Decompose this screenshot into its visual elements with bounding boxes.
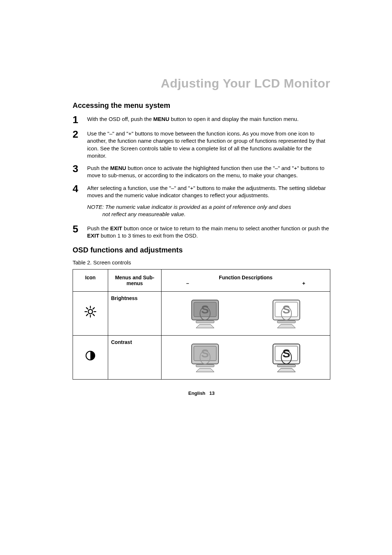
exit-bold: EXIT bbox=[110, 225, 122, 231]
svg-marker-27 bbox=[196, 368, 214, 372]
footer-page-number: 13 bbox=[209, 390, 215, 396]
step-list: 1 With the OSD off, push the MENU button… bbox=[73, 115, 330, 239]
step-text: Use the "–" and "+" buttons to move betw… bbox=[87, 129, 330, 159]
step-text: With the OSD off, push the MENU button t… bbox=[87, 115, 299, 123]
svg-rect-32 bbox=[277, 365, 295, 367]
step-1: 1 With the OSD off, push the MENU button… bbox=[73, 115, 330, 125]
cell-menu-brightness: Brightness bbox=[108, 292, 162, 336]
text: With the OSD off, push the bbox=[87, 116, 153, 122]
text: button 1 to 3 times to exit from the OSD… bbox=[99, 232, 198, 239]
menu-bold: MENU bbox=[153, 116, 169, 122]
svg-rect-19 bbox=[277, 321, 295, 323]
step-5: 5 Push the EXIT button once or twice to … bbox=[73, 224, 330, 240]
page-title: Adjusting Your LCD Monitor bbox=[73, 76, 330, 90]
svg-line-7 bbox=[86, 314, 88, 316]
step-3: 3 Push the MENU button once to activate … bbox=[73, 164, 330, 179]
step-4: 4 After selecting a function, use the "–… bbox=[73, 184, 330, 199]
cell-icon-contrast bbox=[73, 336, 108, 380]
monitor-lowcontrast-icon: S bbox=[189, 342, 221, 373]
exit-bold: EXIT bbox=[87, 232, 99, 239]
screen-controls-table: Icon Menus and Sub-menus Function Descri… bbox=[73, 269, 330, 380]
step-number: 2 bbox=[73, 129, 87, 139]
contrast-label: Contrast bbox=[111, 339, 132, 345]
note-line1: NOTE: The numeric value indicator is pro… bbox=[87, 204, 291, 210]
step-number: 3 bbox=[73, 164, 87, 174]
svg-marker-14 bbox=[196, 324, 214, 328]
section-heading-accessing: Accessing the menu system bbox=[73, 101, 330, 110]
note: NOTE: The numeric value indicator is pro… bbox=[73, 203, 330, 218]
table-caption: Table 2. Screen controls bbox=[73, 259, 330, 266]
th-func-label: Function Descriptions bbox=[164, 275, 327, 280]
text: Push the bbox=[87, 225, 110, 231]
brightness-label: Brightness bbox=[111, 295, 138, 301]
footer-lang: English bbox=[188, 390, 205, 396]
brightness-icon bbox=[84, 305, 97, 318]
svg-marker-33 bbox=[277, 368, 295, 372]
monitor-dark-icon: S bbox=[189, 298, 221, 329]
monitor-highcontrast-icon: S bbox=[270, 342, 303, 373]
th-menus: Menus and Sub-menus bbox=[108, 270, 162, 292]
table-row: Brightness S bbox=[73, 292, 330, 336]
step-2: 2 Use the "–" and "+" buttons to move be… bbox=[73, 129, 330, 159]
svg-text:S: S bbox=[282, 347, 290, 360]
cell-func-contrast: S S bbox=[162, 336, 330, 380]
svg-rect-13 bbox=[196, 321, 214, 323]
svg-line-8 bbox=[93, 308, 94, 309]
svg-point-0 bbox=[88, 309, 93, 314]
text: Push the bbox=[87, 165, 110, 171]
step-number: 1 bbox=[73, 115, 87, 125]
table-row: Contrast S bbox=[73, 336, 330, 380]
minus-label: – bbox=[186, 280, 189, 286]
svg-line-5 bbox=[86, 308, 88, 309]
th-func: Function Descriptions – + bbox=[162, 270, 330, 292]
page-footer: English 13 bbox=[73, 390, 330, 396]
svg-text:S: S bbox=[282, 303, 290, 316]
note-line2: not reflect any measureable value. bbox=[87, 211, 330, 218]
svg-rect-26 bbox=[196, 365, 214, 367]
svg-text:S: S bbox=[201, 303, 209, 316]
step-number: 5 bbox=[73, 224, 87, 234]
section-heading-osd: OSD functions and adjustments bbox=[73, 246, 330, 254]
svg-text:S: S bbox=[201, 347, 209, 360]
step-text: Push the MENU button once to activate th… bbox=[87, 164, 330, 179]
cell-func-brightness: S S bbox=[162, 292, 330, 336]
th-icon: Icon bbox=[73, 270, 108, 292]
step-number: 4 bbox=[73, 184, 87, 194]
cell-icon-brightness bbox=[73, 292, 108, 336]
contrast-icon bbox=[85, 350, 96, 361]
cell-menu-contrast: Contrast bbox=[108, 336, 162, 380]
menu-bold: MENU bbox=[110, 165, 126, 171]
plus-label: + bbox=[302, 280, 305, 286]
text: button once or twice to return to the ma… bbox=[122, 225, 329, 231]
document-page: Adjusting Your LCD Monitor Accessing the… bbox=[0, 0, 392, 555]
svg-line-6 bbox=[93, 314, 94, 316]
step-text: After selecting a function, use the "–" … bbox=[87, 184, 330, 199]
step-text: Push the EXIT button once or twice to re… bbox=[87, 224, 330, 240]
text: button to open it and display the main f… bbox=[170, 116, 299, 122]
monitor-bright-icon: S bbox=[270, 298, 303, 329]
svg-marker-20 bbox=[277, 324, 295, 328]
